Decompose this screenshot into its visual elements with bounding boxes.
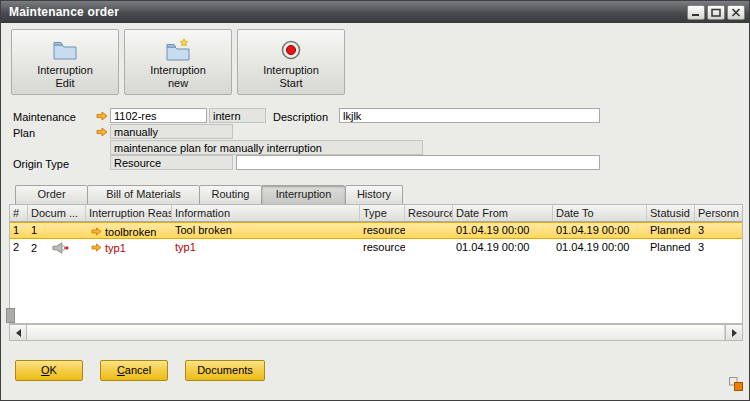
plan-field: manually <box>110 124 233 139</box>
close-button[interactable] <box>727 5 745 20</box>
cell-num: 2 <box>10 239 28 256</box>
button-label-line1: Interruption <box>150 64 206 77</box>
tab-history[interactable]: History <box>345 185 403 204</box>
description-label: Description <box>273 110 328 124</box>
reason-text: toolbroken <box>105 225 156 239</box>
button-label-line1: Interruption <box>263 64 319 77</box>
toolbar: Interruption Edit Interruption new <box>11 29 345 95</box>
cell-date-to: 01.04.19 00:00 <box>553 239 647 256</box>
table-header-row: # Docum ... Interruption Reaso Informati… <box>10 205 742 222</box>
cell-date-to: 01.04.19 00:00 <box>553 223 647 240</box>
cell-information: typ1 <box>172 239 360 256</box>
column-header-type: Type <box>360 205 405 221</box>
cell-resource <box>405 223 453 240</box>
interruption-new-icon <box>165 36 191 64</box>
maintenance-label: Maintenance <box>13 110 76 124</box>
column-header-reason: Interruption Reaso <box>86 205 172 221</box>
tab-routing[interactable]: Routing <box>199 185 261 204</box>
cell-information: Tool broken <box>172 223 360 240</box>
document-number: 2 <box>31 240 37 256</box>
cell-num: 1 <box>10 223 28 240</box>
ok-button-label: OK <box>16 361 82 380</box>
table-row[interactable]: 2 2 typ1 typ1 resource <box>10 239 742 256</box>
cell-type: resource <box>360 223 405 240</box>
minimize-button[interactable] <box>687 5 705 20</box>
column-header-date-to: Date To <box>553 205 647 221</box>
column-header-statusid: Statusid <box>647 205 695 221</box>
cell-resource <box>405 239 453 256</box>
cell-personnel: 3 <box>695 239 742 256</box>
maintenance-order-window: Maintenance order Interruption Edit <box>0 0 750 401</box>
window-controls <box>687 5 745 20</box>
close-icon <box>731 3 741 21</box>
maintenance-kind-field: intern <box>209 108 266 123</box>
documents-button-label: Documents <box>186 361 264 380</box>
column-header-document: Docum ... <box>28 205 86 221</box>
cell-type: resource <box>360 239 405 256</box>
scroll-left-icon <box>16 329 21 337</box>
interruption-new-button[interactable]: Interruption new <box>124 29 232 95</box>
tab-interruption[interactable]: Interruption <box>261 185 345 204</box>
maintenance-input[interactable] <box>110 108 207 123</box>
cell-statusid: Planned <box>647 239 695 256</box>
scroll-left-button[interactable] <box>10 325 27 340</box>
interruption-edit-button[interactable]: Interruption Edit <box>11 29 119 95</box>
vertical-scroll-thumb[interactable] <box>6 308 15 323</box>
cell-document: 1 <box>28 223 86 240</box>
plan-info-field: maintenance plan for manually interrupti… <box>110 140 423 155</box>
maximize-button[interactable] <box>707 5 725 20</box>
table-row[interactable]: 1 1 toolbroken Tool broken resource 01.0… <box>10 222 742 239</box>
cell-statusid: Planned <box>647 223 695 240</box>
origin-type-field: Resource <box>110 155 233 170</box>
button-label-line2: new <box>168 77 188 90</box>
button-label-line1: Interruption <box>37 64 93 77</box>
column-header-information: Information <box>172 205 360 221</box>
cell-reason: toolbroken <box>86 223 172 240</box>
scroll-right-button[interactable] <box>725 325 742 340</box>
description-input[interactable] <box>339 108 600 123</box>
documents-button[interactable]: Documents <box>185 360 265 381</box>
window-title: Maintenance order <box>9 5 687 19</box>
cell-reason: typ1 <box>86 239 172 256</box>
tab-order[interactable]: Order <box>15 185 87 204</box>
origin-extra-input[interactable] <box>236 155 600 170</box>
cell-document: 2 <box>28 239 86 256</box>
titlebar: Maintenance order <box>1 1 749 23</box>
link-arrow-icon[interactable] <box>91 227 102 236</box>
cell-date-from: 01.04.19 00:00 <box>453 239 553 256</box>
column-header-date-from: Date From <box>453 205 553 221</box>
origin-type-label: Origin Type <box>13 157 69 171</box>
column-header-num: # <box>10 205 28 221</box>
reason-text: typ1 <box>105 240 126 256</box>
column-header-personnel: Personn <box>695 205 742 221</box>
interruption-table: # Docum ... Interruption Reaso Informati… <box>9 204 743 324</box>
ok-button[interactable]: OK <box>15 360 83 381</box>
cancel-button[interactable]: Cancel <box>100 360 168 381</box>
link-arrow-icon[interactable] <box>96 111 108 121</box>
minimize-icon <box>691 3 701 21</box>
horizontal-scroll-thumb[interactable] <box>27 325 725 340</box>
announcement-icon <box>52 242 70 254</box>
interruption-start-icon <box>280 36 302 64</box>
tab-bill-of-materials[interactable]: Bill of Materials <box>87 185 199 204</box>
plan-label: Plan <box>13 126 35 140</box>
cancel-button-label: Cancel <box>101 361 167 380</box>
button-label-line2: Start <box>279 77 302 90</box>
cell-personnel: 3 <box>695 223 742 240</box>
maximize-icon <box>711 3 721 21</box>
column-header-resource: Resource <box>405 205 453 221</box>
button-label-line2: Edit <box>56 77 75 90</box>
horizontal-scrollbar <box>9 324 743 341</box>
link-arrow-icon[interactable] <box>91 243 102 252</box>
scroll-right-icon <box>732 329 737 337</box>
tab-strip: Order Bill of Materials Routing Interrup… <box>15 185 403 204</box>
interruption-start-button[interactable]: Interruption Start <box>237 29 345 95</box>
interruption-edit-icon <box>52 36 78 64</box>
resize-grip-icon[interactable] <box>729 377 743 391</box>
link-arrow-icon[interactable] <box>96 127 108 137</box>
cell-date-from: 01.04.19 00:00 <box>453 223 553 240</box>
